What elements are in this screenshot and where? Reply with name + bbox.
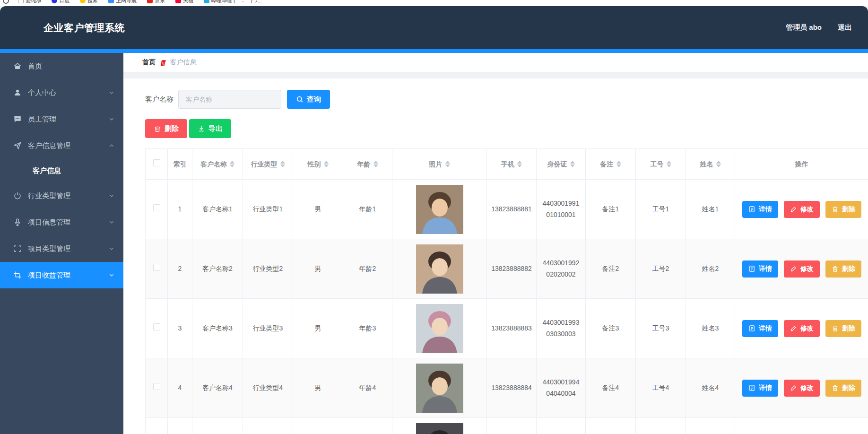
sidebar-item-项目信息管理[interactable]: 项目信息管理 [0, 209, 123, 235]
column-header-姓名[interactable]: 姓名 [686, 149, 735, 180]
delete-row-button[interactable]: 删除 [825, 260, 861, 278]
cell-index: 4 [168, 358, 192, 418]
select-all-checkbox[interactable] [153, 159, 160, 166]
row-checkbox[interactable] [153, 264, 160, 271]
row-checkbox[interactable] [153, 323, 160, 330]
column-header-照片[interactable]: 照片 [392, 149, 487, 180]
sidebar-item-客户信息[interactable]: 客户信息 [0, 159, 123, 182]
sort-caret-icon[interactable] [616, 161, 621, 167]
browser-menu-icon[interactable] [3, 0, 9, 4]
sort-caret-icon[interactable] [667, 161, 671, 167]
column-header-工号[interactable]: 工号 [636, 149, 686, 180]
select-all-header [146, 149, 168, 180]
cell-gender: 男 [293, 358, 343, 418]
sidebar-item-label: 项目收益管理 [28, 271, 108, 280]
delete-row-button[interactable]: 删除 [825, 201, 861, 218]
trash-icon [832, 384, 839, 391]
sort-caret-icon[interactable] [445, 161, 450, 167]
delete-row-button[interactable]: 删除 [825, 320, 861, 337]
cell-person-name: 姓名2 [686, 239, 735, 299]
chevron-down-icon [108, 272, 115, 278]
column-label: 性别 [308, 159, 321, 169]
column-header-性别[interactable]: 性别 [293, 149, 343, 180]
logout-button[interactable]: 退出 [838, 23, 852, 32]
edit-button[interactable]: 修改 [784, 260, 820, 278]
sort-caret-icon[interactable] [570, 161, 575, 167]
row-checkbox[interactable] [153, 204, 160, 211]
bookmark-item[interactable]: 哔哩哔哩 ( ゜- ゜)つ... [204, 0, 262, 4]
breadcrumb-home-link[interactable]: 首页 [142, 58, 156, 67]
row-select-cell [146, 418, 168, 434]
column-header-年龄[interactable]: 年龄 [343, 149, 392, 180]
detail-button[interactable]: 详情 [742, 320, 778, 337]
cell-industry: 行业类型3 [243, 299, 293, 358]
edit-button[interactable]: 修改 [784, 201, 820, 218]
edit-button[interactable]: 修改 [784, 380, 820, 397]
cell-name: 客户名称4 [192, 358, 243, 418]
sort-caret-icon[interactable] [517, 161, 522, 167]
cell-photo [392, 358, 487, 418]
column-header-行业类型[interactable]: 行业类型 [243, 149, 293, 180]
bookmark-item[interactable]: 天猫 [175, 0, 193, 4]
mic-icon [13, 218, 22, 226]
customer-table: 索引客户名称行业类型性别年龄照片手机身份证备注工号姓名操作 1客户名称1行业类型… [145, 148, 868, 434]
sidebar-item-首页[interactable]: 首页 [0, 53, 123, 79]
current-user-label: 管理员 abo [786, 23, 822, 32]
sidebar-item-客户信息管理[interactable]: 客户信息管理 [0, 132, 123, 159]
sidebar-item-个人中心[interactable]: 个人中心 [0, 79, 123, 106]
query-button[interactable]: 查询 [287, 90, 330, 109]
column-header-索引: 索引 [168, 149, 192, 180]
sidebar-menu: 首页个人中心员工管理客户信息管理客户信息行业类型管理项目信息管理项目类型管理项目… [0, 53, 123, 434]
batch-delete-button[interactable]: 删除 [145, 119, 187, 138]
cell-actions: 详情修改删除 [735, 239, 868, 299]
detail-button[interactable]: 详情 [742, 201, 778, 218]
customer-name-input[interactable] [178, 90, 281, 109]
detail-button[interactable]: 详情 [742, 260, 778, 278]
search-field-label: 客户名称 [145, 95, 174, 104]
bookmark-item[interactable]: 爱纯净 [18, 0, 41, 4]
cell-phone: 13823888883 [487, 299, 537, 358]
bookmark-item[interactable]: 搜索 [80, 0, 98, 4]
column-label: 手机 [501, 159, 514, 169]
bookmark-label: 京东 [155, 0, 165, 4]
customer-photo [416, 423, 463, 434]
sort-caret-icon[interactable] [716, 161, 721, 167]
cell-industry: 行业类型1 [243, 180, 293, 239]
row-select-cell [146, 299, 168, 358]
cell-idcard: 440300199404040004 [537, 358, 586, 418]
column-header-客户名称[interactable]: 客户名称 [192, 149, 243, 180]
chevron-down-icon [108, 245, 115, 252]
column-label: 姓名 [700, 159, 713, 169]
sidebar-item-员工管理[interactable]: 员工管理 [0, 106, 123, 132]
download-icon [198, 125, 205, 132]
delete-row-button[interactable]: 删除 [825, 380, 861, 397]
sidebar-item-项目类型管理[interactable]: 项目类型管理 [0, 235, 123, 262]
tmall-icon [175, 0, 181, 3]
bookmark-item[interactable]: 百度 [52, 0, 69, 4]
sort-caret-icon[interactable] [324, 161, 329, 167]
column-header-身份证[interactable]: 身份证 [537, 149, 586, 180]
browser-bookmarks-bar: 爱纯净百度搜索上网导航京东天猫哔哩哔哩 ( ゜- ゜)つ... [0, 0, 868, 6]
bookmark-item[interactable]: 上网导航 [108, 0, 137, 4]
detail-button[interactable]: 详情 [742, 380, 778, 397]
edit-button[interactable]: 修改 [784, 320, 820, 337]
sort-caret-icon[interactable] [230, 161, 234, 167]
bookmark-item[interactable]: 京东 [147, 0, 165, 4]
row-checkbox[interactable] [153, 383, 160, 390]
sort-caret-icon[interactable] [373, 161, 378, 167]
export-button[interactable]: 导出 [189, 119, 231, 138]
cell-actions: 详情修改删除 [735, 418, 868, 434]
cell-remark: 备注1 [586, 180, 636, 239]
cell-jobno [636, 418, 686, 434]
cell-phone [487, 418, 537, 434]
trash-icon [832, 265, 839, 272]
row-select-cell [146, 358, 168, 418]
bilibili-icon [204, 0, 209, 3]
sidebar-item-项目收益管理[interactable]: 项目收益管理 [0, 262, 123, 288]
cell-name [192, 418, 243, 434]
sidebar-item-行业类型管理[interactable]: 行业类型管理 [0, 182, 123, 209]
cell-jobno: 工号4 [636, 358, 686, 418]
column-header-备注[interactable]: 备注 [586, 149, 636, 180]
sort-caret-icon[interactable] [280, 161, 285, 167]
column-header-手机[interactable]: 手机 [487, 149, 537, 180]
